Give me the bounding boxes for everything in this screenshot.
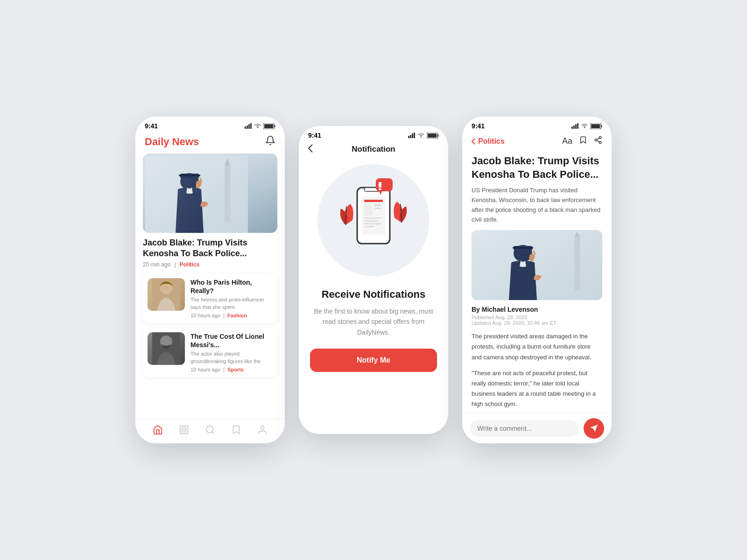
svg-line-61 bbox=[597, 140, 599, 142]
page-title: Notification bbox=[352, 145, 395, 154]
svg-rect-51 bbox=[573, 126, 575, 129]
news-item-1[interactable]: Who Is Paris Hilton, Really? The heiress… bbox=[143, 273, 277, 323]
svg-rect-42 bbox=[364, 223, 381, 224]
svg-point-60 bbox=[599, 141, 601, 144]
notify-me-button[interactable]: Notify Me bbox=[310, 349, 437, 372]
article-1-title: Who Is Paris Hilton, Really? bbox=[190, 278, 273, 295]
svg-rect-57 bbox=[591, 124, 600, 128]
send-comment-button[interactable] bbox=[584, 418, 604, 439]
signal-icon-1 bbox=[245, 123, 252, 129]
svg-rect-18 bbox=[180, 426, 183, 429]
back-to-category[interactable]: Politics bbox=[472, 137, 505, 146]
time-2: 9:41 bbox=[308, 132, 321, 139]
status-bar-3: 9:41 bbox=[462, 117, 612, 132]
nav-profile-icon[interactable] bbox=[257, 425, 268, 438]
article-1-meta: 10 hours ago | Fashion bbox=[190, 313, 273, 318]
article-photo bbox=[472, 230, 602, 300]
time-3: 9:41 bbox=[472, 122, 485, 130]
svg-rect-21 bbox=[180, 431, 183, 434]
svg-rect-0 bbox=[245, 126, 246, 129]
news-list: Who Is Paris Hilton, Really? The heiress… bbox=[135, 270, 285, 381]
hero-text: Jacob Blake: Trump Visits Kenosha To Bac… bbox=[135, 233, 285, 270]
notification-desc: Be the first to know about big news, mus… bbox=[310, 306, 437, 337]
svg-rect-52 bbox=[575, 124, 577, 129]
hero-photo bbox=[145, 156, 248, 233]
thumb-1 bbox=[148, 278, 185, 311]
status-icons-1 bbox=[245, 123, 275, 129]
back-button[interactable] bbox=[308, 143, 313, 155]
svg-rect-43 bbox=[364, 226, 374, 227]
svg-rect-3 bbox=[250, 123, 252, 129]
notification-title: Receive Notifications bbox=[310, 288, 437, 301]
article-header: Politics Aa bbox=[462, 132, 612, 153]
nav-bookmark-icon[interactable] bbox=[231, 425, 241, 438]
article-body: Jacob Blake: Trump Visits Kenosha To Bac… bbox=[462, 153, 612, 443]
article-paragraph-2: "These are not acts of peaceful protest,… bbox=[472, 368, 602, 409]
svg-rect-6 bbox=[275, 125, 275, 127]
svg-rect-2 bbox=[248, 124, 250, 129]
svg-rect-25 bbox=[408, 136, 409, 138]
app-title: Daily News bbox=[145, 136, 199, 148]
article-image bbox=[472, 230, 602, 300]
news-content-2: The True Cost Of Lionel Messi's... The a… bbox=[190, 332, 273, 372]
article-2-time: 10 hours ago bbox=[190, 367, 220, 372]
signal-icon-3 bbox=[571, 123, 579, 129]
svg-rect-20 bbox=[185, 431, 188, 434]
hero-meta: 20 min ago | Politics bbox=[143, 261, 277, 268]
news-item-2[interactable]: The True Cost Of Lionel Messi's... The a… bbox=[143, 328, 277, 377]
wifi-icon-1 bbox=[254, 123, 261, 129]
wifi-icon-3 bbox=[581, 123, 588, 129]
nav-grid-icon[interactable] bbox=[179, 425, 189, 438]
svg-point-54 bbox=[584, 127, 585, 128]
article-1-time: 10 hours ago bbox=[190, 313, 220, 318]
notification-bell-icon[interactable] bbox=[265, 135, 275, 148]
svg-line-62 bbox=[597, 138, 599, 140]
article-1-category[interactable]: Fashion bbox=[227, 313, 247, 318]
notification-header: Notification bbox=[299, 141, 448, 160]
phone-article: 9:41 bbox=[462, 117, 612, 443]
time-1: 9:41 bbox=[145, 122, 158, 130]
hero-category[interactable]: Politics bbox=[180, 261, 200, 268]
svg-rect-28 bbox=[414, 133, 415, 138]
signal-icon-2 bbox=[408, 133, 416, 138]
svg-rect-64 bbox=[574, 237, 580, 291]
notification-content: Receive Notifications Be the first to kn… bbox=[299, 281, 448, 379]
comment-input[interactable] bbox=[470, 420, 579, 437]
hero-time: 20 min ago bbox=[143, 261, 170, 268]
svg-rect-53 bbox=[577, 123, 578, 129]
article-author: By Michael Levenson bbox=[472, 306, 602, 313]
svg-rect-9 bbox=[225, 165, 230, 221]
font-size-icon[interactable]: Aa bbox=[562, 136, 572, 146]
battery-icon-1 bbox=[263, 123, 275, 129]
svg-rect-31 bbox=[438, 134, 439, 137]
status-bar-2: 9:41 bbox=[299, 126, 448, 141]
article-2-desc: The actor also played groundbreaking fig… bbox=[190, 350, 273, 365]
hero-title[interactable]: Jacob Blake: Trump Visits Kenosha To Bac… bbox=[143, 238, 277, 259]
bottom-nav bbox=[135, 419, 285, 443]
svg-line-23 bbox=[212, 432, 214, 434]
share-icon[interactable] bbox=[594, 135, 602, 147]
article-title: Jacob Blake: Trump Visits Kenosha To Bac… bbox=[472, 154, 602, 181]
svg-rect-36 bbox=[364, 200, 383, 202]
app-header: Daily News bbox=[135, 132, 285, 154]
hero-image[interactable] bbox=[143, 154, 277, 233]
notification-illustration bbox=[317, 164, 430, 276]
svg-rect-32 bbox=[428, 133, 437, 138]
thumb-2 bbox=[148, 332, 185, 365]
status-icons-2 bbox=[408, 133, 439, 139]
svg-rect-39 bbox=[374, 208, 381, 209]
svg-rect-68 bbox=[513, 247, 533, 249]
battery-icon-2 bbox=[427, 133, 439, 139]
svg-rect-38 bbox=[374, 204, 381, 206]
paris-photo bbox=[152, 278, 180, 311]
article-2-category[interactable]: Sports bbox=[227, 367, 244, 372]
svg-rect-7 bbox=[264, 124, 273, 128]
save-article-icon[interactable] bbox=[579, 135, 587, 147]
svg-point-22 bbox=[206, 426, 213, 433]
messi-photo bbox=[152, 332, 180, 365]
svg-rect-46 bbox=[379, 182, 381, 188]
nav-search-icon[interactable] bbox=[205, 425, 215, 438]
nav-home-icon[interactable] bbox=[153, 425, 163, 438]
phone-home: 9:41 bbox=[135, 117, 285, 443]
svg-rect-40 bbox=[364, 217, 381, 219]
